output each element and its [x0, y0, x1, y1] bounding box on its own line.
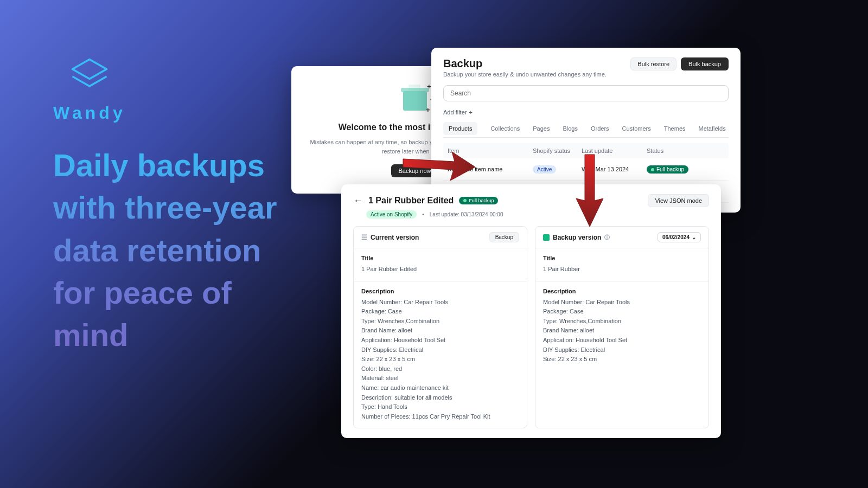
- detail-panel: ← 1 Pair Rubber Edited Full backup View …: [341, 184, 721, 438]
- status-badge: Active: [533, 165, 556, 174]
- page-title: Backup: [443, 57, 607, 70]
- table-header: Item Shopify status Last update Status: [443, 143, 729, 158]
- back-arrow-icon[interactable]: ←: [353, 195, 363, 207]
- view-json-button[interactable]: View JSON mode: [648, 194, 709, 207]
- brand-logo: Wandy: [53, 52, 126, 123]
- detail-title: 1 Pair Rubber Edited: [368, 196, 454, 206]
- plus-icon: +: [469, 109, 472, 115]
- list-icon: ☰: [361, 234, 367, 241]
- backup-title-value: 1 Pair Rubber: [543, 265, 701, 274]
- tab-metafields[interactable]: Metafields: [699, 122, 726, 137]
- last-update-text: Last update: 03/13/2024 00:00: [430, 211, 503, 217]
- tagline-text: Daily backups with three-year data reten…: [53, 144, 281, 356]
- backup-description-value: Model Number: Car Repair Tools Package: …: [543, 298, 701, 364]
- tab-orders[interactable]: Orders: [591, 122, 609, 137]
- info-icon: ⓘ: [604, 234, 610, 241]
- current-description-value: Model Number: Car Repair Tools Package: …: [361, 298, 519, 422]
- version-date-select[interactable]: 06/02/2024⌄: [658, 232, 701, 242]
- tab-themes[interactable]: Themes: [664, 122, 686, 137]
- current-version-pane: ☰Current version Backup Title 1 Pair Rub…: [353, 226, 527, 428]
- page-subtitle: Backup your store easily & undo unwanted…: [443, 71, 607, 78]
- tab-pages[interactable]: Pages: [533, 122, 550, 137]
- add-filter-button[interactable]: Add filter+: [443, 109, 473, 115]
- inbox-icon: + + +: [399, 81, 431, 114]
- current-title-value: 1 Pair Rubber Edited: [361, 265, 519, 274]
- full-backup-badge: Full backup: [459, 197, 498, 204]
- backup-button[interactable]: Backup: [489, 232, 519, 242]
- tab-products[interactable]: Products: [443, 122, 477, 135]
- resource-tabs: Products Collections Pages Blogs Orders …: [443, 122, 729, 138]
- tab-collections[interactable]: Collections: [490, 122, 520, 137]
- stack-icon: [65, 52, 114, 101]
- bulk-restore-button[interactable]: Bulk restore: [630, 57, 676, 70]
- search-input[interactable]: [443, 85, 729, 101]
- tab-customers[interactable]: Customers: [622, 122, 651, 137]
- chevron-down-icon: ⌄: [692, 234, 696, 240]
- brand-name: Wandy: [53, 103, 126, 123]
- backup-version-pane: Backup version ⓘ 06/02/2024⌄ Title 1 Pai…: [535, 226, 709, 428]
- bulk-backup-button[interactable]: Bulk backup: [681, 57, 729, 70]
- restore-icon: [543, 234, 550, 241]
- backup-status-badge: Full backup: [647, 165, 688, 174]
- tab-blogs[interactable]: Blogs: [563, 122, 578, 137]
- shopify-active-badge: Active on Shopify: [366, 210, 417, 219]
- table-row[interactable]: Resource item name Active Wed Mar 13 202…: [443, 158, 729, 181]
